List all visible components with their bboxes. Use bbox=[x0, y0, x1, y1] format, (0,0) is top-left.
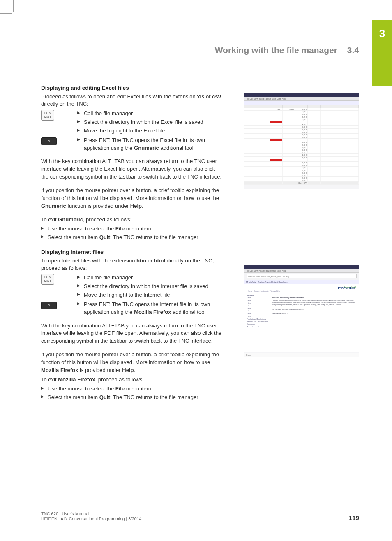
list-item: Select the menu item Quit: The TNC retur… bbox=[41, 394, 222, 402]
main-content: Displaying and editing Excel files Proce… bbox=[41, 82, 222, 402]
list-item: Call the file manager bbox=[77, 274, 222, 282]
header-title: Working with the file manager bbox=[215, 45, 337, 55]
list-item: Select the directory in which the Intern… bbox=[77, 283, 222, 290]
heading-internet: Displaying Internet files bbox=[41, 248, 222, 256]
internet-p1: With the key combination ALT+TAB you can… bbox=[41, 322, 222, 346]
chapter-tab: 3 bbox=[372, 20, 392, 86]
excel-p1: With the key combination ALT+TAB you can… bbox=[41, 158, 222, 181]
firefox-tabs: Most Visited Getting Started Latest Head… bbox=[244, 280, 359, 284]
firefox-addressbar: file:///mnt/heidenhain/de_en/de_EN/compa… bbox=[247, 274, 357, 278]
web-maintext: Increased productivity with HEIDENHAIN P… bbox=[272, 297, 355, 315]
firefox-statusbar: Done bbox=[244, 353, 359, 357]
list-item: Use the mouse to select the File menu it… bbox=[41, 385, 222, 393]
key-pgm-mgt[interactable]: PGM MGT bbox=[41, 110, 54, 121]
web-logo: HEIDENHAIN bbox=[337, 287, 355, 290]
firefox-webpage: Germany English HEIDENHAIN › Home › Cont… bbox=[244, 284, 359, 352]
firefox-menubar: File Edit View History Bookmarks Tools H… bbox=[244, 269, 359, 273]
firefox-titlebar bbox=[244, 265, 359, 269]
list-item: Press ENT: The TNC opens the Excel file … bbox=[77, 137, 222, 152]
page-header: Working with the file manager 3.4 bbox=[41, 45, 359, 55]
key-ent-2[interactable]: ENT bbox=[41, 302, 57, 309]
list-item: Select the menu item Quit: The TNC retur… bbox=[41, 234, 222, 241]
excel-exit-intro: To exit Gnumeric, proceed as follows: bbox=[41, 216, 222, 224]
gnumeric-sheet: 1,20 €0,40 €0,00 € 0,00 € 2,20 € 3,45 € … bbox=[244, 105, 359, 181]
list-item: Use the mouse to select the File menu it… bbox=[41, 225, 222, 233]
internet-steps-1: Call the file manager Select the directo… bbox=[77, 274, 222, 299]
key-pgm-mgt-2[interactable]: PGM MGT bbox=[41, 274, 54, 285]
page-number: 119 bbox=[349, 514, 359, 521]
excel-exit-steps: Use the mouse to select the File menu it… bbox=[41, 225, 222, 241]
list-item: Move the highlight to the Internet file bbox=[77, 291, 222, 299]
web-copyright: © HEIDENHAIN 2012 bbox=[272, 313, 288, 315]
page-footer: TNC 620 | User's Manual HEIDENHAIN Conve… bbox=[41, 511, 359, 521]
internet-intro: To open Internet files with the extensio… bbox=[41, 257, 222, 273]
web-main-heading: Increased productivity with HEIDENHAIN bbox=[272, 297, 304, 299]
web-sidebar: Company› item› item› item› item› item› i… bbox=[247, 294, 268, 328]
internet-exit-steps: Use the mouse to select the File menu it… bbox=[41, 385, 222, 402]
heading-excel: Displaying and editing Excel files bbox=[41, 84, 222, 92]
footer-line1: TNC 620 | User's Manual bbox=[41, 511, 141, 516]
excel-steps-1: Call the file manager Select the directo… bbox=[77, 110, 222, 135]
gnumeric-toolbar bbox=[244, 101, 359, 105]
web-breadcrumb: › Home › Contact › heidenhain › Terms of… bbox=[247, 290, 280, 292]
header-section: 3.4 bbox=[347, 45, 359, 55]
list-item: Press ENT: The TNC opens the Internet fi… bbox=[77, 301, 222, 316]
internet-step-ent: Press ENT: The TNC opens the Internet fi… bbox=[77, 301, 222, 316]
internet-p2: If you position the mouse pointer over a… bbox=[41, 351, 222, 374]
firefox-toolbar: file:///mnt/heidenhain/de_en/de_EN/compa… bbox=[244, 273, 359, 280]
list-item: Select the directory in which the Excel … bbox=[77, 118, 222, 126]
list-item: Call the file manager bbox=[77, 110, 222, 118]
list-item: Move the highlight to the Excel file bbox=[77, 127, 222, 135]
internet-exit-intro: To exit Mozilla Firefox, proceed as foll… bbox=[41, 376, 222, 384]
excel-step-ent: Press ENT: The TNC opens the Excel file … bbox=[77, 137, 222, 152]
footer-line2: HEIDENHAIN Conversational Programming | … bbox=[41, 516, 141, 521]
excel-p2: If you position the mouse pointer over a… bbox=[41, 187, 222, 210]
key-ent[interactable]: ENT bbox=[41, 137, 57, 145]
gnumeric-titlebar bbox=[244, 93, 359, 97]
figure-firefox: File Edit View History Bookmarks Tools H… bbox=[244, 265, 359, 357]
gnumeric-menubar: File Edit View Insert Format Tools Data … bbox=[244, 97, 359, 101]
figure-gnumeric: File Edit View Insert Format Tools Data … bbox=[244, 93, 359, 189]
excel-intro: Proceed as follows to open and edit Exce… bbox=[41, 93, 222, 109]
